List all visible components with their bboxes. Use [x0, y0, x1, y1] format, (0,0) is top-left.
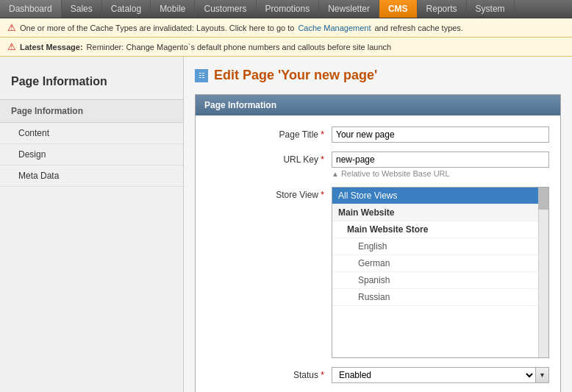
hint-arrow-icon: ▲ [332, 170, 339, 178]
alert-cache-text-after: and refresh cache types. [374, 24, 462, 32]
page-title-control [332, 126, 549, 143]
store-option-german[interactable]: German [332, 255, 548, 272]
alert-message: ⚠ Latest Message: Reminder: Change Magen… [0, 38, 572, 57]
page-edit-title-bar: ☷ Edit Page 'Your new page' [195, 68, 561, 83]
sidebar: Page Information Page Information Conten… [0, 57, 184, 392]
store-view-select-wrap: All Store Views Main Website Main Websit… [332, 187, 549, 358]
cache-management-link[interactable]: Cache Management [298, 24, 371, 32]
scroll-thumb [538, 188, 548, 210]
page-title-label: Page Title * [207, 126, 324, 140]
url-key-row: URL Key * ▲ Relative to Website Base URL [207, 152, 549, 178]
status-label: Status * [207, 367, 324, 380]
alert-cache-text: One or more of the Cache Types are inval… [20, 24, 294, 32]
nav-item-cms[interactable]: CMS [379, 0, 418, 18]
nav-item-promotions[interactable]: Promotions [257, 0, 320, 18]
nav-item-mobile[interactable]: Mobile [151, 0, 195, 18]
sidebar-item-meta-data[interactable]: Meta Data [0, 165, 183, 187]
url-key-control: ▲ Relative to Website Base URL [332, 152, 549, 178]
alert-icon-2: ⚠ [7, 41, 16, 52]
store-option-spanish[interactable]: Spanish [332, 272, 548, 289]
sidebar-item-design[interactable]: Design [0, 144, 183, 165]
store-option-main-website[interactable]: Main Website [332, 204, 548, 221]
status-select[interactable]: Enabled Disabled [332, 368, 535, 382]
sidebar-item-content[interactable]: Content [0, 123, 183, 144]
alert-icon-1: ⚠ [7, 22, 16, 33]
page-info-panel: Page Information Page Title * URL Key * [195, 94, 561, 392]
status-select-wrap: Enabled Disabled ▼ [332, 367, 549, 383]
store-option-all[interactable]: All Store Views [332, 188, 548, 204]
url-key-label: URL Key * [207, 152, 324, 165]
store-option-main-website-store[interactable]: Main Website Store [332, 221, 548, 238]
status-row: Status * Enabled Disabled ▼ [207, 367, 549, 383]
store-view-control: All Store Views Main Website Main Websit… [332, 187, 549, 358]
page-title-row: Page Title * [207, 126, 549, 143]
url-key-input[interactable] [332, 152, 549, 168]
edit-page-heading: Edit Page 'Your new page' [214, 68, 377, 83]
panel-body: Page Title * URL Key * ▲ Re [196, 115, 560, 392]
main-layout: Page Information Page Information Conten… [0, 57, 572, 392]
status-control: Enabled Disabled ▼ [332, 367, 549, 383]
nav-item-system[interactable]: System [467, 0, 515, 18]
required-star: * [321, 129, 324, 140]
nav-item-sales[interactable]: Sales [62, 0, 102, 18]
store-view-label: Store View * [207, 187, 324, 200]
top-nav: Dashboard Sales Catalog Mobile Customers… [0, 0, 572, 18]
nav-item-customers[interactable]: Customers [195, 0, 256, 18]
edit-page-icon: ☷ [195, 69, 208, 82]
scrollbar[interactable] [538, 188, 548, 357]
page-title-input[interactable] [332, 126, 549, 143]
alert-cache: ⚠ One or more of the Cache Types are inv… [0, 18, 572, 38]
required-star-3: * [321, 190, 324, 200]
sidebar-title: Page Information [0, 68, 183, 99]
required-star-2: * [321, 154, 324, 165]
alert-message-body: Reminder: Change Magento`s default phone… [87, 43, 392, 51]
store-option-russian[interactable]: Russian [332, 289, 548, 306]
store-option-english[interactable]: English [332, 238, 548, 255]
nav-item-catalog[interactable]: Catalog [102, 0, 151, 18]
nav-item-dashboard[interactable]: Dashboard [0, 0, 62, 18]
alert-message-label: Latest Message: [20, 43, 83, 51]
nav-item-reports[interactable]: Reports [418, 0, 467, 18]
store-view-row: Store View * All Store Views Main Websit… [207, 187, 549, 358]
status-dropdown-arrow[interactable]: ▼ [535, 368, 548, 382]
nav-item-newsletter[interactable]: Newsletter [319, 0, 379, 18]
store-option-empty [332, 306, 548, 357]
required-star-4: * [321, 370, 324, 380]
content-area: ☷ Edit Page 'Your new page' Page Informa… [184, 57, 572, 392]
panel-header: Page Information [196, 95, 560, 115]
url-key-hint: ▲ Relative to Website Base URL [332, 169, 549, 178]
sidebar-section-header: Page Information [0, 99, 183, 123]
